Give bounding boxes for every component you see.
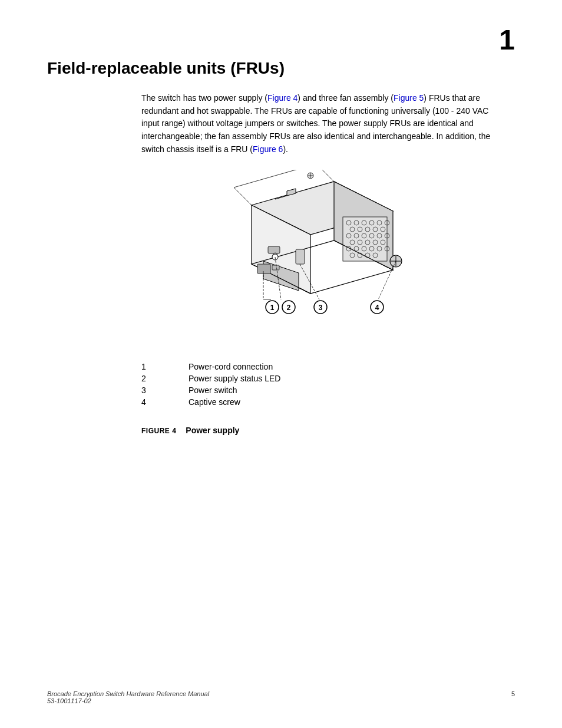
callout-number-2: 2	[141, 374, 189, 383]
figure-image: 1 2 3 4	[204, 170, 428, 347]
svg-text:3: 3	[319, 304, 323, 312]
svg-rect-44	[272, 265, 279, 270]
svg-text:4: 4	[375, 304, 379, 312]
body-paragraph: The switch has two power supply (Figure …	[141, 92, 491, 156]
callout-item-3: 3 Power switch	[141, 386, 280, 395]
callout-number-4: 4	[141, 397, 189, 407]
callout-item-1: 1 Power-cord connection	[141, 362, 280, 371]
figure-container: 1 2 3 4	[141, 170, 491, 435]
footer-part-number: 53-1001117-02	[47, 697, 209, 704]
figure-title: Power supply	[186, 426, 239, 435]
figure4-link[interactable]: Figure 4	[267, 93, 297, 103]
callout-text-4: Captive screw	[189, 397, 280, 407]
content-area: The switch has two power supply (Figure …	[141, 92, 491, 435]
figure-caption: FIGURE 4 Power supply	[141, 426, 239, 435]
callout-item-2: 2 Power supply status LED	[141, 374, 280, 383]
callout-number-3: 3	[141, 386, 189, 395]
svg-line-60	[234, 187, 252, 205]
callout-text-1: Power-cord connection	[189, 362, 280, 371]
svg-text:2: 2	[287, 304, 291, 312]
figure-label: FIGURE 4	[141, 427, 176, 435]
callout-text-2: Power supply status LED	[189, 374, 280, 383]
svg-rect-4	[343, 217, 387, 261]
callout-list: 1 Power-cord connection 2 Power supply s…	[141, 362, 280, 409]
svg-rect-46	[296, 249, 305, 264]
svg-rect-43	[257, 264, 270, 274]
footer-manual-title: Brocade Encryption Switch Hardware Refer…	[47, 690, 209, 697]
footer-manual-info: Brocade Encryption Switch Hardware Refer…	[47, 690, 209, 704]
callout-number-1: 1	[141, 362, 189, 371]
page-title: Field-replaceable units (FRUs)	[47, 59, 515, 78]
callout-item-4: 4 Captive screw	[141, 397, 280, 407]
footer-page-number: 5	[511, 690, 515, 704]
svg-rect-41	[268, 246, 280, 253]
chapter-number: 1	[499, 24, 515, 56]
figure6-link[interactable]: Figure 6	[253, 144, 283, 154]
figure5-link[interactable]: Figure 5	[394, 93, 424, 103]
svg-text:1: 1	[270, 304, 275, 312]
page: 1 Field-replaceable units (FRUs) The swi…	[0, 0, 562, 728]
callout-text-3: Power switch	[189, 386, 280, 395]
page-footer: Brocade Encryption Switch Hardware Refer…	[47, 690, 515, 704]
svg-line-61	[234, 170, 316, 187]
svg-line-62	[316, 170, 334, 182]
